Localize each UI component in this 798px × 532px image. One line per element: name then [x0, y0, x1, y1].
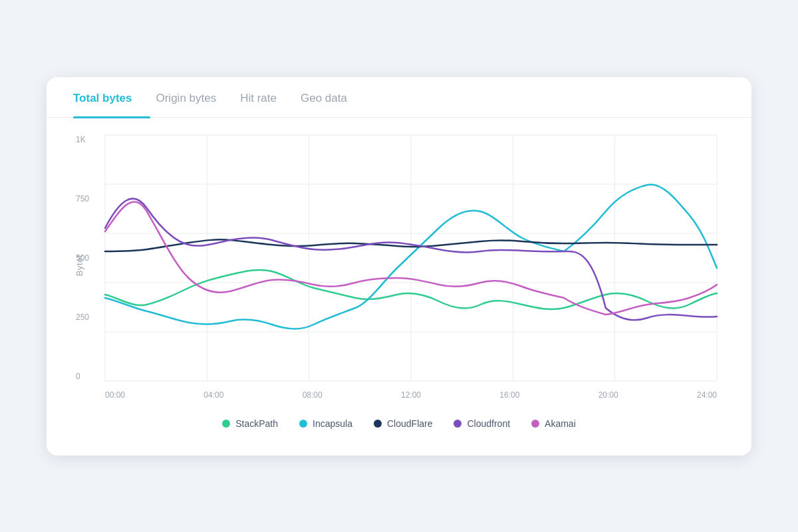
legend-dot-cloudfront	[454, 420, 462, 428]
x-label-2400: 24:00	[697, 390, 717, 400]
chart-inner: 1K 750 500 250 0	[105, 135, 717, 381]
y-axis-labels: 1K 750 500 250 0	[76, 135, 89, 381]
x-label-0800: 08:00	[303, 390, 323, 400]
legend-dot-incapsula	[299, 420, 307, 428]
y-label-500: 500	[76, 253, 89, 263]
legend-label-cloudflare: CloudFlare	[387, 418, 432, 429]
x-label-1600: 16:00	[499, 390, 519, 400]
legend-incapsula: Incapsula	[299, 418, 352, 429]
legend-label-stackpath: StackPath	[235, 418, 278, 429]
tab-origin-bytes[interactable]: Origin bytes	[156, 77, 235, 117]
x-label-1200: 12:00	[401, 390, 421, 400]
x-label-2000: 20:00	[598, 390, 618, 400]
legend-dot-stackpath	[222, 420, 230, 428]
chart-area: Bytet 1K 750 500 250 0	[47, 118, 751, 434]
chart-container: Bytet 1K 750 500 250 0	[73, 128, 725, 408]
legend-cloudflare: CloudFlare	[374, 418, 432, 429]
legend-label-akamai: Akamai	[545, 418, 576, 429]
legend-label-cloudfront: Cloudfront	[467, 418, 510, 429]
legend: StackPath Incapsula CloudFlare Cloudfron…	[73, 408, 725, 429]
tab-total-bytes[interactable]: Total bytes	[73, 77, 150, 117]
legend-dot-akamai	[531, 420, 539, 428]
main-card: Total bytes Origin bytes Hit rate Geo da…	[47, 77, 751, 456]
legend-stackpath: StackPath	[222, 418, 278, 429]
y-label-1k: 1K	[76, 135, 89, 144]
legend-label-incapsula: Incapsula	[313, 418, 352, 429]
tab-hit-rate[interactable]: Hit rate	[240, 77, 295, 117]
y-label-0: 0	[76, 372, 89, 381]
y-label-250: 250	[76, 313, 89, 322]
legend-cloudfront: Cloudfront	[454, 418, 510, 429]
x-axis-labels: 00:00 04:00 08:00 12:00 16:00 20:00 24:0…	[105, 390, 717, 400]
legend-akamai: Akamai	[531, 418, 576, 429]
y-label-750: 750	[76, 194, 89, 203]
x-label-0400: 04:00	[203, 390, 223, 400]
x-label-0000: 00:00	[105, 390, 125, 400]
tab-geo-data[interactable]: Geo data	[301, 77, 366, 117]
legend-dot-cloudflare	[374, 420, 382, 428]
tab-bar: Total bytes Origin bytes Hit rate Geo da…	[47, 77, 751, 118]
chart-svg	[105, 135, 717, 381]
